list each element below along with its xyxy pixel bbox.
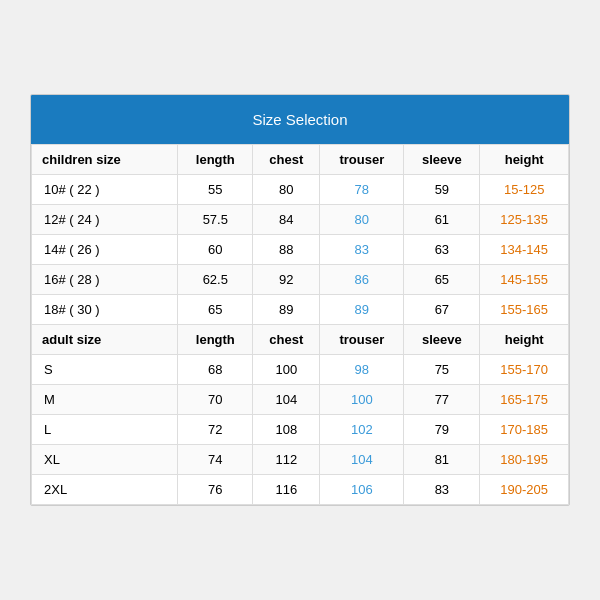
- cell-length: 57.5: [178, 205, 253, 235]
- table-row: 2XL 76 116 106 83 190-205: [32, 475, 569, 505]
- col-length-header: length: [178, 145, 253, 175]
- cell-trouser: 102: [320, 415, 404, 445]
- cell-trouser: 78: [320, 175, 404, 205]
- cell-trouser: 83: [320, 235, 404, 265]
- size-selection-card: Size Selection children size length ches…: [30, 94, 570, 506]
- children-header-row: children size length chest trouser sleev…: [32, 145, 569, 175]
- col-chest-header: chest: [253, 145, 320, 175]
- cell-length: 55: [178, 175, 253, 205]
- cell-trouser: 104: [320, 445, 404, 475]
- cell-length: 60: [178, 235, 253, 265]
- cell-chest: 88: [253, 235, 320, 265]
- cell-chest: 89: [253, 295, 320, 325]
- cell-size: 16# ( 28 ): [32, 265, 178, 295]
- cell-height: 155-170: [480, 355, 569, 385]
- table-row: 16# ( 28 ) 62.5 92 86 65 145-155: [32, 265, 569, 295]
- cell-sleeve: 61: [404, 205, 480, 235]
- cell-sleeve: 79: [404, 415, 480, 445]
- cell-chest: 116: [253, 475, 320, 505]
- cell-sleeve: 75: [404, 355, 480, 385]
- adult-col-header: length: [178, 325, 253, 355]
- cell-length: 68: [178, 355, 253, 385]
- cell-chest: 112: [253, 445, 320, 475]
- cell-length: 74: [178, 445, 253, 475]
- cell-size: 2XL: [32, 475, 178, 505]
- table-row: S 68 100 98 75 155-170: [32, 355, 569, 385]
- table-row: L 72 108 102 79 170-185: [32, 415, 569, 445]
- table-row: 12# ( 24 ) 57.5 84 80 61 125-135: [32, 205, 569, 235]
- cell-height: 190-205: [480, 475, 569, 505]
- cell-length: 72: [178, 415, 253, 445]
- cell-sleeve: 67: [404, 295, 480, 325]
- cell-height: 15-125: [480, 175, 569, 205]
- cell-height: 134-145: [480, 235, 569, 265]
- col-height-header: height: [480, 145, 569, 175]
- cell-chest: 84: [253, 205, 320, 235]
- cell-height: 125-135: [480, 205, 569, 235]
- cell-size: M: [32, 385, 178, 415]
- cell-length: 70: [178, 385, 253, 415]
- cell-height: 165-175: [480, 385, 569, 415]
- cell-trouser: 100: [320, 385, 404, 415]
- cell-sleeve: 83: [404, 475, 480, 505]
- cell-sleeve: 59: [404, 175, 480, 205]
- col-children-size: children size: [32, 145, 178, 175]
- cell-size: 18# ( 30 ): [32, 295, 178, 325]
- cell-height: 145-155: [480, 265, 569, 295]
- cell-size: 12# ( 24 ): [32, 205, 178, 235]
- cell-sleeve: 81: [404, 445, 480, 475]
- cell-length: 62.5: [178, 265, 253, 295]
- cell-sleeve: 77: [404, 385, 480, 415]
- adult-col-header: chest: [253, 325, 320, 355]
- col-trouser-header: trouser: [320, 145, 404, 175]
- cell-chest: 92: [253, 265, 320, 295]
- adult-header-row: adult sizelengthchesttrousersleeveheight: [32, 325, 569, 355]
- cell-sleeve: 63: [404, 235, 480, 265]
- col-sleeve-header: sleeve: [404, 145, 480, 175]
- title-bar: Size Selection: [31, 95, 569, 144]
- cell-size: 10# ( 22 ): [32, 175, 178, 205]
- cell-sleeve: 65: [404, 265, 480, 295]
- cell-size: L: [32, 415, 178, 445]
- title: Size Selection: [252, 111, 347, 128]
- table-body: 10# ( 22 ) 55 80 78 59 15-125 12# ( 24 )…: [32, 175, 569, 505]
- cell-height: 155-165: [480, 295, 569, 325]
- cell-trouser: 89: [320, 295, 404, 325]
- cell-size: XL: [32, 445, 178, 475]
- adult-col-header: sleeve: [404, 325, 480, 355]
- cell-chest: 108: [253, 415, 320, 445]
- table-row: 18# ( 30 ) 65 89 89 67 155-165: [32, 295, 569, 325]
- adult-col-header: trouser: [320, 325, 404, 355]
- table-row: XL 74 112 104 81 180-195: [32, 445, 569, 475]
- cell-trouser: 86: [320, 265, 404, 295]
- cell-size: S: [32, 355, 178, 385]
- cell-length: 65: [178, 295, 253, 325]
- cell-chest: 104: [253, 385, 320, 415]
- table-row: 10# ( 22 ) 55 80 78 59 15-125: [32, 175, 569, 205]
- size-table: children size length chest trouser sleev…: [31, 144, 569, 505]
- cell-chest: 100: [253, 355, 320, 385]
- table-row: 14# ( 26 ) 60 88 83 63 134-145: [32, 235, 569, 265]
- cell-height: 170-185: [480, 415, 569, 445]
- cell-trouser: 98: [320, 355, 404, 385]
- adult-col-header: adult size: [32, 325, 178, 355]
- cell-size: 14# ( 26 ): [32, 235, 178, 265]
- adult-col-header: height: [480, 325, 569, 355]
- cell-height: 180-195: [480, 445, 569, 475]
- table-row: M 70 104 100 77 165-175: [32, 385, 569, 415]
- cell-length: 76: [178, 475, 253, 505]
- cell-trouser: 106: [320, 475, 404, 505]
- cell-trouser: 80: [320, 205, 404, 235]
- cell-chest: 80: [253, 175, 320, 205]
